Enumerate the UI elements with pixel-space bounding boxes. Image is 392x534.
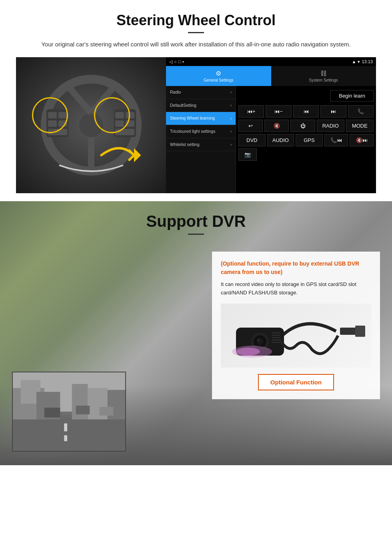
steering-photo [16, 57, 166, 193]
tab-system-label: System Settings [309, 78, 338, 82]
dvr-camera-product-image [221, 304, 371, 368]
svg-rect-27 [64, 435, 67, 441]
ctrl-power[interactable]: ⏻ [290, 120, 315, 132]
ctrl-radio[interactable]: RADIO [317, 120, 344, 132]
title-divider [188, 32, 204, 33]
back-icon: ◁ [169, 59, 172, 64]
android-tabs: ⚙ General Settings ⛓ System Settings [166, 66, 376, 86]
ctrl-mute[interactable]: 🔇 [264, 120, 289, 132]
control-row-3: DVD AUDIO GPS 📞⏮ 🔇⏭ [238, 134, 374, 146]
steering-composite: ◁ ○ □ ▪ ▲ ▾ 13:13 ⚙ General Settings ⛓ S… [16, 57, 376, 193]
menu-steering-label: Steering Wheel learning [170, 116, 215, 121]
ctrl-phone[interactable]: 📞 [348, 105, 374, 118]
ctrl-mute-next[interactable]: 🔇⏭ [350, 134, 374, 146]
highlight-right-circle [94, 97, 130, 133]
gear-icon: ⚙ [216, 70, 221, 77]
arrow-icon [96, 141, 144, 169]
dvr-content: (Optional function, require to buy exter… [0, 244, 392, 452]
ctrl-vol-down[interactable]: ⏮− [266, 105, 291, 118]
control-row-2: ↩ 🔇 ⏻ RADIO MODE [238, 120, 374, 132]
road-scene-icon [13, 372, 125, 452]
ctrl-prev-track[interactable]: ⏮ [293, 105, 319, 118]
chevron-icon: › [230, 129, 232, 134]
dvr-info-card: (Optional function, require to buy exter… [212, 252, 380, 399]
menu-item-whitelist[interactable]: Whitelist setting › [166, 138, 236, 152]
chevron-icon: › [230, 142, 232, 147]
menu-tricolour-label: Tricoloured light settings [170, 129, 215, 134]
dvr-title-area: Support DVR [0, 201, 392, 240]
android-menu: Radio › DefaultSetting › Steering Wheel … [166, 86, 236, 193]
dvr-section: Support DVR [0, 201, 392, 465]
tab-general-label: General Settings [204, 78, 234, 82]
dvr-optional-note: (Optional function, require to buy exter… [221, 260, 371, 276]
control-row-1: ⏮+ ⏮− ⏮ ⏭ 📞 [238, 105, 374, 118]
svg-marker-17 [134, 148, 141, 162]
menu-item-tricoloured[interactable]: Tricoloured light settings › [166, 125, 236, 138]
android-controls: Begin learn ⏮+ ⏮− ⏮ ⏭ 📞 ↩ 🔇 ⏻ [236, 86, 376, 193]
svg-rect-26 [64, 424, 67, 432]
tab-general-settings[interactable]: ⚙ General Settings [166, 66, 271, 86]
android-panel: ◁ ○ □ ▪ ▲ ▾ 13:13 ⚙ General Settings ⛓ S… [166, 57, 376, 193]
svg-rect-30 [100, 407, 114, 416]
svg-point-44 [236, 348, 260, 356]
home-icon: ○ [174, 59, 177, 64]
dvr-camera-view-inner [13, 372, 125, 451]
svg-rect-29 [76, 406, 90, 414]
tab-system-settings[interactable]: ⛓ System Settings [271, 66, 376, 86]
ctrl-mode[interactable]: MODE [346, 120, 374, 132]
dvr-left-area [12, 244, 204, 452]
menu-radio-label: Radio [170, 90, 181, 95]
dvr-camera-thumbnail [12, 372, 126, 452]
ctrl-phone-prev[interactable]: 📞⏮ [324, 134, 348, 146]
chevron-icon: › [230, 103, 232, 108]
menu-item-radio[interactable]: Radio › [166, 86, 236, 99]
control-row-4: 📷 [238, 148, 374, 161]
begin-learn-row: Begin learn [238, 88, 374, 103]
ctrl-dvd[interactable]: DVD [238, 134, 266, 146]
svg-rect-25 [13, 420, 125, 451]
svg-point-37 [257, 339, 260, 341]
system-icon: ⛓ [320, 70, 327, 77]
ctrl-audio[interactable]: AUDIO [267, 134, 294, 146]
optional-function-button[interactable]: Optional Function [258, 374, 334, 390]
highlight-left-circle [32, 97, 68, 133]
dvr-title-divider [188, 234, 204, 235]
svg-rect-28 [44, 408, 60, 418]
recents-icon: □ [178, 59, 181, 64]
signal-icon: ▲ [352, 59, 356, 64]
menu-default-label: DefaultSetting [170, 103, 196, 108]
ctrl-vol-up[interactable]: ⏮+ [238, 105, 264, 118]
ctrl-gps[interactable]: GPS [296, 134, 323, 146]
menu-whitelist-label: Whitelist setting [170, 142, 200, 148]
wifi-icon: ▾ [358, 59, 360, 64]
android-body: Radio › DefaultSetting › Steering Wheel … [166, 86, 376, 193]
ctrl-camera[interactable]: 📷 [238, 148, 257, 161]
page-title: Steering Wheel Control [16, 12, 376, 29]
chevron-icon: › [230, 116, 232, 121]
menu-item-defaultsetting[interactable]: DefaultSetting › [166, 99, 236, 112]
begin-learn-button[interactable]: Begin learn [330, 90, 374, 102]
steering-section: Steering Wheel Control Your original car… [0, 0, 392, 201]
menu-icon: ▪ [182, 59, 184, 64]
chevron-icon: › [230, 90, 232, 94]
status-time: 13:13 [362, 59, 373, 64]
dvr-section-title: Support DVR [0, 212, 392, 230]
svg-rect-32 [355, 326, 365, 337]
ctrl-next-track[interactable]: ⏭ [320, 105, 346, 118]
dvr-camera-device-icon [224, 306, 368, 366]
section-subtitle: Your original car's steering wheel contr… [32, 40, 360, 49]
android-statusbar: ◁ ○ □ ▪ ▲ ▾ 13:13 [166, 57, 376, 66]
dvr-description: It can record video only to storage in G… [221, 280, 371, 297]
ctrl-back[interactable]: ↩ [238, 120, 263, 132]
svg-line-2 [67, 85, 91, 113]
menu-item-steering-wheel[interactable]: Steering Wheel learning › [166, 112, 236, 125]
